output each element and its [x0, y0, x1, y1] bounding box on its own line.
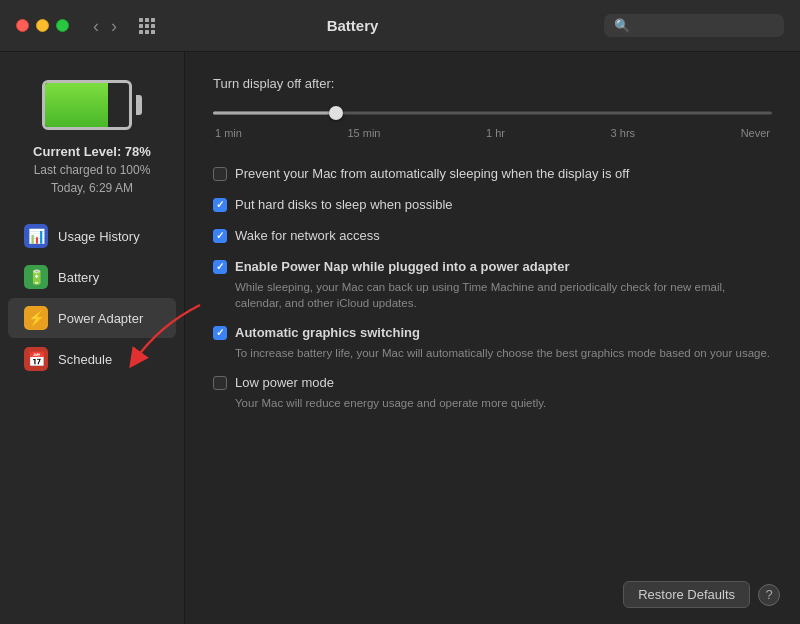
- slider-tick-label: 15 min: [347, 127, 380, 139]
- power-adapter-icon: ⚡: [24, 306, 48, 330]
- option-row-wake-network: Wake for network access: [213, 228, 772, 245]
- battery-status: Current Level: 78% Last charged to 100% …: [0, 68, 184, 215]
- help-button[interactable]: ?: [758, 584, 780, 606]
- option-row-low-power: Low power mode: [213, 375, 772, 392]
- restore-defaults-button[interactable]: Restore Defaults: [623, 581, 750, 608]
- option-label-prevent-sleep: Prevent your Mac from automatically slee…: [235, 166, 629, 183]
- option-row-power-nap: Enable Power Nap while plugged into a po…: [213, 259, 772, 276]
- search-icon: 🔍: [614, 18, 630, 33]
- checkbox-auto-graphics[interactable]: [213, 326, 227, 340]
- slider-label: Turn display off after:: [213, 76, 772, 91]
- checkbox-power-nap[interactable]: [213, 260, 227, 274]
- option-label-power-nap: Enable Power Nap while plugged into a po…: [235, 259, 569, 276]
- battery-charged: Last charged to 100%: [34, 163, 151, 177]
- option-label-hard-disks-sleep: Put hard disks to sleep when possible: [235, 197, 453, 214]
- main-layout: Current Level: 78% Last charged to 100% …: [0, 52, 800, 624]
- slider-tick-label: 3 hrs: [611, 127, 635, 139]
- sidebar-item-usage-history[interactable]: 📊 Usage History: [8, 216, 176, 256]
- option-desc-power-nap: While sleeping, your Mac can back up usi…: [235, 279, 772, 311]
- display-sleep-slider: Turn display off after: 1 min15 min1 hr3…: [213, 76, 772, 139]
- option-item-hard-disks-sleep: Put hard disks to sleep when possible: [213, 190, 772, 221]
- back-button[interactable]: ‹: [89, 15, 103, 37]
- maximize-button[interactable]: [56, 19, 69, 32]
- battery-label: Battery: [58, 270, 99, 285]
- option-row-prevent-sleep: Prevent your Mac from automatically slee…: [213, 166, 772, 183]
- options-list: Prevent your Mac from automatically slee…: [213, 159, 772, 418]
- slider-tick-label: Never: [741, 127, 770, 139]
- traffic-lights: [16, 19, 69, 32]
- option-item-prevent-sleep: Prevent your Mac from automatically slee…: [213, 159, 772, 190]
- battery-level: Current Level: 78%: [33, 144, 151, 159]
- option-desc-auto-graphics: To increase battery life, your Mac will …: [235, 345, 772, 361]
- option-item-auto-graphics: Automatic graphics switchingTo increase …: [213, 318, 772, 368]
- schedule-label: Schedule: [58, 352, 112, 367]
- option-label-low-power: Low power mode: [235, 375, 334, 392]
- option-item-power-nap: Enable Power Nap while plugged into a po…: [213, 252, 772, 318]
- option-item-wake-network: Wake for network access: [213, 221, 772, 252]
- sidebar-item-power-adapter[interactable]: ⚡ Power Adapter: [8, 298, 176, 338]
- usage-history-icon: 📊: [24, 224, 48, 248]
- checkbox-wake-network[interactable]: [213, 229, 227, 243]
- content-panel: Turn display off after: 1 min15 min1 hr3…: [185, 52, 800, 624]
- slider-tick-label: 1 hr: [486, 127, 505, 139]
- battery-time: Today, 6:29 AM: [51, 181, 133, 195]
- checkbox-low-power[interactable]: [213, 376, 227, 390]
- battery-icon: 🔋: [24, 265, 48, 289]
- slider-filled: [213, 112, 336, 115]
- sidebar-item-battery[interactable]: 🔋 Battery: [8, 257, 176, 297]
- slider-track[interactable]: [213, 103, 772, 123]
- sidebar-nav: 📊 Usage History 🔋 Battery ⚡ Power Adapte…: [0, 215, 184, 380]
- power-adapter-label: Power Adapter: [58, 311, 143, 326]
- close-button[interactable]: [16, 19, 29, 32]
- slider-tick-label: 1 min: [215, 127, 242, 139]
- sidebar: Current Level: 78% Last charged to 100% …: [0, 52, 185, 624]
- checkbox-prevent-sleep[interactable]: [213, 167, 227, 181]
- option-label-wake-network: Wake for network access: [235, 228, 380, 245]
- option-desc-low-power: Your Mac will reduce energy usage and op…: [235, 395, 772, 411]
- window-title: Battery: [113, 17, 592, 34]
- checkbox-hard-disks-sleep[interactable]: [213, 198, 227, 212]
- search-box[interactable]: 🔍: [604, 14, 784, 37]
- slider-thumb[interactable]: [329, 106, 343, 120]
- battery-icon: [42, 78, 142, 132]
- option-item-low-power: Low power modeYour Mac will reduce energ…: [213, 368, 772, 418]
- option-row-auto-graphics: Automatic graphics switching: [213, 325, 772, 342]
- option-row-hard-disks-sleep: Put hard disks to sleep when possible: [213, 197, 772, 214]
- schedule-icon: 📅: [24, 347, 48, 371]
- titlebar: ‹ › Battery 🔍: [0, 0, 800, 52]
- slider-ticks: 1 min15 min1 hr3 hrsNever: [213, 127, 772, 139]
- search-input[interactable]: [636, 18, 774, 33]
- sidebar-item-schedule[interactable]: 📅 Schedule: [8, 339, 176, 379]
- minimize-button[interactable]: [36, 19, 49, 32]
- option-label-auto-graphics: Automatic graphics switching: [235, 325, 420, 342]
- bottom-bar: Restore Defaults ?: [623, 581, 780, 608]
- usage-history-label: Usage History: [58, 229, 140, 244]
